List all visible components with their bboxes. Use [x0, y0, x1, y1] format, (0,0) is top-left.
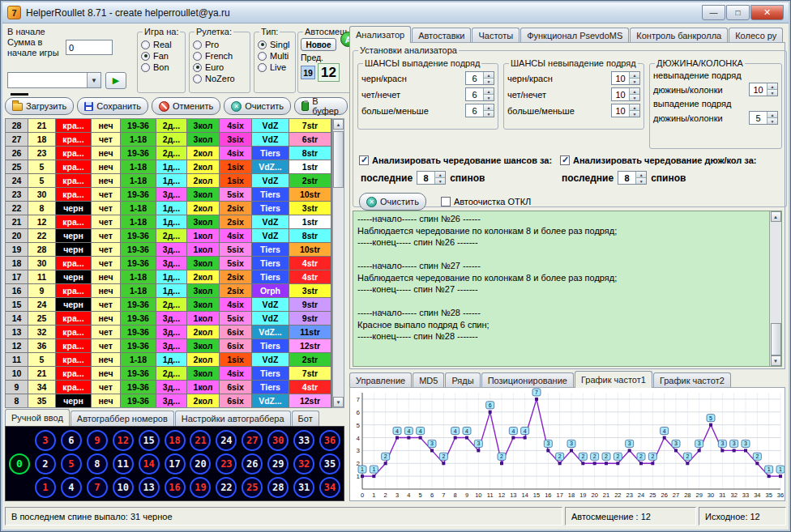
- table-row[interactable]: 1332кра...чет19-363д...2кол6sixVdZ...11s…: [6, 326, 331, 339]
- table-row[interactable]: 835черннеч19-363д...2кол6sixVdZ...12str: [6, 394, 331, 408]
- table-row[interactable]: 1524чернчет19-362д...3кол4sixVdZ9str: [6, 298, 331, 312]
- board-number-28[interactable]: 28: [267, 477, 289, 498]
- board-number-33[interactable]: 33: [293, 430, 314, 451]
- table-row[interactable]: 255кра...неч1-181д...2кол1sixVdZ...1str: [6, 160, 331, 174]
- buffer-button[interactable]: В буфер: [294, 97, 348, 115]
- board-number-26[interactable]: 26: [242, 453, 263, 475]
- spinner-up-icon[interactable]: ▲: [636, 172, 646, 178]
- spinner-up-icon[interactable]: ▲: [767, 112, 777, 118]
- analyze-chances-checkbox[interactable]: [359, 155, 369, 165]
- board-number-32[interactable]: 32: [293, 453, 314, 475]
- spinner-down-icon[interactable]: ▼: [484, 95, 494, 100]
- table-row[interactable]: 1021кра...неч19-362д...3кол4sixTiers7str: [6, 367, 331, 381]
- board-number-21[interactable]: 21: [190, 430, 211, 451]
- titlebar[interactable]: 7 HelperRoullet 8.71 - create helperroul…: [2, 2, 789, 23]
- board-number-17[interactable]: 17: [165, 453, 186, 475]
- board-number-10[interactable]: 10: [113, 477, 134, 498]
- board-number-29[interactable]: 29: [267, 453, 289, 475]
- minimize-button[interactable]: —: [702, 5, 725, 20]
- clear-button[interactable]: ✕Очистить: [224, 97, 291, 115]
- autoclear-checkbox[interactable]: [441, 197, 451, 206]
- board-number-11[interactable]: 11: [113, 453, 134, 475]
- spinner-down-icon[interactable]: ▼: [630, 111, 639, 117]
- spinner-up-icon[interactable]: ▲: [435, 172, 445, 178]
- tab-анализатор[interactable]: Анализатор: [349, 26, 411, 43]
- radio-euro[interactable]: Euro: [193, 62, 246, 72]
- table-row[interactable]: 2718кра...чет1-182д...3кол3sixVdZ6str: [6, 133, 331, 147]
- spinner-down-icon[interactable]: ▼: [435, 178, 445, 184]
- scroll-thumb[interactable]: [333, 131, 344, 188]
- board-number-16[interactable]: 16: [165, 477, 186, 498]
- table-row[interactable]: 2330кра...чет19-363д...3кол5sixTiers10st…: [6, 188, 331, 202]
- spinner-up-icon[interactable]: ▲: [484, 88, 494, 95]
- radio-singl[interactable]: Singl: [258, 40, 292, 49]
- board-number-18[interactable]: 18: [165, 430, 186, 451]
- board-number-15[interactable]: 15: [139, 430, 160, 451]
- tab-график-частот1[interactable]: График частот1: [575, 371, 652, 388]
- history-combo[interactable]: ▼: [7, 72, 101, 88]
- tab-график-частот2[interactable]: График частот2: [653, 372, 731, 388]
- spinner-down-icon[interactable]: ▼: [767, 118, 777, 124]
- board-number-8[interactable]: 8: [87, 453, 108, 475]
- board-number-35[interactable]: 35: [319, 453, 340, 475]
- spinner-up-icon[interactable]: ▲: [767, 83, 777, 90]
- maximize-button[interactable]: □: [726, 5, 750, 20]
- board-number-3[interactable]: 3: [35, 430, 56, 451]
- table-row[interactable]: 2623кра...неч19-362д...2кол4sixTiers8str: [6, 147, 331, 160]
- tab-бот[interactable]: Бот: [292, 411, 319, 426]
- board-number-31[interactable]: 31: [293, 477, 314, 498]
- spinner-down-icon[interactable]: ▼: [636, 178, 646, 184]
- output-scroll-thumb[interactable]: [771, 323, 781, 355]
- load-button[interactable]: Загрузить: [5, 97, 74, 115]
- spinner-down-icon[interactable]: ▼: [484, 111, 494, 117]
- tab-контроль-банкролла[interactable]: Контроль банкролла: [630, 28, 728, 43]
- spinner-up-icon[interactable]: ▲: [484, 104, 494, 111]
- board-number-12[interactable]: 12: [113, 430, 134, 451]
- board-number-1[interactable]: 1: [35, 477, 56, 498]
- spinner-up-icon[interactable]: ▲: [630, 104, 639, 111]
- board-number-19[interactable]: 19: [190, 477, 211, 498]
- board-number-20[interactable]: 20: [190, 453, 211, 475]
- spinner-up-icon[interactable]: ▲: [630, 88, 639, 95]
- table-row[interactable]: 1928чернчет19-363д...1кол5sixTiers10str: [6, 243, 331, 257]
- board-number-13[interactable]: 13: [139, 477, 160, 498]
- board-number-6[interactable]: 6: [61, 430, 82, 451]
- spinner-down-icon[interactable]: ▼: [630, 79, 639, 84]
- radio-fan[interactable]: Fan: [141, 51, 182, 61]
- table-row[interactable]: 1830кра...чет19-363д...3кол5sixTiers4str: [6, 257, 331, 270]
- tab-частоты[interactable]: Частоты: [472, 28, 519, 43]
- scroll-down-icon[interactable]: ▼: [333, 397, 344, 407]
- radio-live[interactable]: Live: [258, 62, 292, 72]
- table-row[interactable]: 934кра...чет19-363д...1кол6sixTiers4str: [6, 381, 331, 394]
- tab-ряды[interactable]: Ряды: [445, 372, 480, 388]
- spinner-down-icon[interactable]: ▼: [484, 79, 494, 84]
- spinner-up-icon[interactable]: ▲: [484, 72, 494, 79]
- start-sum-input[interactable]: [66, 40, 113, 55]
- undo-button[interactable]: Отменить: [152, 97, 220, 115]
- board-number-34[interactable]: 34: [319, 477, 340, 498]
- board-number-14[interactable]: 14: [139, 453, 160, 475]
- spinner-up-icon[interactable]: ▲: [630, 72, 639, 79]
- table-row[interactable]: 1711черннеч1-181д...2кол2sixTiers4str: [6, 270, 331, 284]
- table-row[interactable]: 1425кра...неч19-363д...1кол5sixVdZ9str: [6, 312, 331, 326]
- table-row[interactable]: 2821кра...неч19-362д...3кол4sixVdZ7str: [6, 119, 331, 133]
- collapse-handle[interactable]: [11, 93, 28, 96]
- output-scroll-up-icon[interactable]: ▲: [771, 211, 781, 222]
- spinner-down-icon[interactable]: ▼: [767, 90, 777, 96]
- board-number-24[interactable]: 24: [216, 430, 237, 451]
- spins-table-scrollbar[interactable]: ▲ ▼: [332, 118, 344, 408]
- board-number-25[interactable]: 25: [242, 477, 263, 498]
- output-scrollbar[interactable]: ▲ ▼: [769, 211, 781, 366]
- output-scroll-down-icon[interactable]: ▼: [771, 355, 781, 366]
- close-button[interactable]: ✕: [750, 5, 784, 20]
- table-row[interactable]: 1236кра...чет19-363д...3кол6sixTiers12st…: [6, 339, 331, 353]
- radio-bon[interactable]: Bon: [141, 62, 182, 72]
- board-number-22[interactable]: 22: [216, 477, 237, 498]
- table-row[interactable]: 228чернчет1-181д...2кол2sixTiers3str: [6, 202, 331, 215]
- table-row[interactable]: 2112кра...чет1-181д...3кол2sixVdZ1str: [6, 215, 331, 229]
- table-row[interactable]: 115кра...неч1-181д...2кол1sixVdZ2str: [6, 353, 331, 367]
- tab-автоставки[interactable]: Автоставки: [412, 28, 471, 43]
- board-number-36[interactable]: 36: [319, 430, 340, 451]
- board-number-0[interactable]: 0: [9, 453, 30, 475]
- tab-md5[interactable]: MD5: [413, 372, 444, 388]
